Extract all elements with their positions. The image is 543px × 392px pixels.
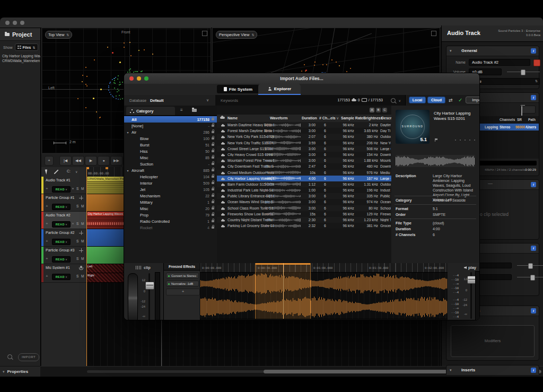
info-icon[interactable] xyxy=(531,308,536,313)
solo-button[interactable]: S xyxy=(76,222,78,225)
overview-viewport[interactable] xyxy=(202,320,331,320)
category-row[interactable]: Jet 105 xyxy=(124,186,217,193)
cursor-tool-icon[interactable] xyxy=(45,169,48,175)
category-row[interactable]: ▾ Aircraft 885 xyxy=(124,167,217,173)
automation-mode[interactable]: READ xyxy=(52,256,71,263)
general-header[interactable]: ▾ General xyxy=(446,46,539,56)
file-row[interactable]: Barn Farm Outdoor S15 0056 1:12 6 96 kHz… xyxy=(217,181,391,187)
category-row[interactable]: Hiss 50 xyxy=(124,148,217,154)
track-header-particle2[interactable]: Particle Group #2 + READ S M xyxy=(41,229,86,247)
go-start-button[interactable]: |◀ xyxy=(59,156,72,165)
category-row[interactable]: Military 1 xyxy=(124,199,217,205)
solo-button[interactable]: S xyxy=(76,257,78,260)
file-row[interactable]: Public Library Entrance S15 079 3:00 6 9… xyxy=(217,193,391,199)
col-brightness[interactable]: Brightness xyxy=(363,116,383,120)
param-thumb-2[interactable] xyxy=(530,275,535,281)
effect-convert-stereo[interactable]: Convert to Stereo xyxy=(166,273,199,278)
lock-icon[interactable] xyxy=(212,201,214,203)
project-file-item[interactable]: City Harbor Lapping Waves xyxy=(0,54,40,58)
file-row[interactable]: City Harbor Lapping Waves S15 4:00 6 96 … xyxy=(217,176,391,181)
import-button[interactable]: IMPORT xyxy=(18,353,39,361)
chevron-down-icon[interactable]: ∨ xyxy=(75,170,77,173)
lock-icon[interactable] xyxy=(212,163,214,165)
pitch-wheel[interactable] xyxy=(128,273,138,320)
waveform-display[interactable]: 0:00:00.0000:00:30.0000:01:00.0000:01:30… xyxy=(200,263,448,319)
lock-icon[interactable] xyxy=(212,156,214,159)
param-thumb-1[interactable] xyxy=(528,263,533,269)
project-file-item[interactable]: CRWDWalla_Manneken Pis xyxy=(0,58,40,63)
properties-bar[interactable]: ▾Properties xyxy=(0,366,40,377)
file-row[interactable]: City Heavy Crowd S15 0206 3:00 6 96 kHz … xyxy=(217,152,391,158)
col-duration[interactable]: Duration xyxy=(302,116,317,120)
solo-button[interactable]: S xyxy=(76,187,78,190)
files-dropdown[interactable]: Files ⇅ xyxy=(15,43,38,51)
add-icon[interactable]: + xyxy=(46,221,48,226)
search-icon[interactable] xyxy=(7,354,12,359)
mute-button[interactable]: M xyxy=(81,257,84,260)
col-samplerate[interactable]: Sample Rate xyxy=(341,116,363,120)
search-icon[interactable] xyxy=(391,98,396,103)
col-sr[interactable]: SR xyxy=(517,118,522,121)
sort-icon[interactable]: ∨ xyxy=(336,116,339,120)
info-icon[interactable] xyxy=(531,48,536,54)
lock-icon[interactable] xyxy=(212,137,214,140)
keywords-input[interactable]: Keywords 177153 0 / 177153 ∨ xyxy=(215,95,406,106)
playhead[interactable] xyxy=(283,263,284,319)
forward-button[interactable]: ▶▶ xyxy=(110,156,122,165)
play-button[interactable]: ▶ xyxy=(85,156,97,165)
lock-icon[interactable] xyxy=(212,169,214,171)
track-header-mic[interactable]: Mic System #1 + READ S M xyxy=(41,264,86,283)
mute-button[interactable]: M xyxy=(81,187,84,190)
category-row[interactable]: ▾ Air 286 xyxy=(124,129,217,135)
category-row[interactable]: Interior 509 xyxy=(124,180,217,186)
track-header-audio1[interactable]: Audio Track #1 + READ S M xyxy=(41,177,86,194)
mute-button[interactable]: M xyxy=(81,204,84,208)
info-icon[interactable] xyxy=(531,182,536,187)
automation-mode[interactable]: READ xyxy=(52,204,71,210)
solo-button[interactable]: S xyxy=(76,274,78,278)
automation-mode[interactable]: READ xyxy=(52,274,71,280)
mute-button[interactable]: M xyxy=(81,239,84,243)
file-row[interactable]: New York City Park S15 0726 2:07 6 96 kH… xyxy=(217,134,391,140)
gain-fader-track[interactable] xyxy=(148,273,150,320)
col-name[interactable]: Name xyxy=(227,116,238,120)
overview-bar[interactable] xyxy=(200,319,448,320)
close-icon[interactable] xyxy=(5,21,10,25)
collapse-icon[interactable]: — xyxy=(488,181,493,186)
rating-dots[interactable] xyxy=(455,140,475,141)
zoom-icon[interactable] xyxy=(20,21,24,25)
lock-icon[interactable] xyxy=(212,150,214,152)
lock-icon[interactable] xyxy=(212,214,214,216)
fullscreen-icon[interactable] xyxy=(202,31,207,36)
folder-icon[interactable] xyxy=(192,109,197,113)
view-selector[interactable]: Top View⇅ xyxy=(45,31,72,39)
volume-thumb[interactable] xyxy=(521,69,526,75)
category-row[interactable]: Blow 100 xyxy=(124,135,217,142)
local-button[interactable]: Local xyxy=(409,97,426,103)
inserts-header[interactable]: ▾ Inserts xyxy=(446,365,539,376)
modifiers-dropzone[interactable]: Modifiers xyxy=(451,325,535,357)
category-row[interactable]: Misc 20 xyxy=(124,205,217,212)
loop-end-marker[interactable] xyxy=(106,167,108,169)
solo-button[interactable]: S xyxy=(76,204,78,208)
dialog-titlebar[interactable]: Import Audio Files... xyxy=(124,73,479,84)
track-header-audio2[interactable]: Audio Track #2 + READ S M xyxy=(41,212,86,229)
file-row[interactable]: Crowd Street Large S15 0367 3:00 6 96 kH… xyxy=(217,146,391,152)
add-track-button[interactable]: + xyxy=(45,156,54,165)
record-arm-button[interactable] xyxy=(533,59,540,66)
tab-category[interactable]: Category xyxy=(126,107,175,115)
lock-icon[interactable] xyxy=(212,131,214,133)
file-row[interactable]: Crowd Medium Outdoor Noise 10s 6 96 kHz … xyxy=(217,170,391,176)
col-channels[interactable]: # Ch...els xyxy=(319,116,336,120)
lock-icon[interactable] xyxy=(212,176,214,178)
category-row[interactable]: Helicopter 104 xyxy=(124,173,217,180)
category-row[interactable]: [None] - xyxy=(124,123,217,129)
lock-icon[interactable] xyxy=(212,207,214,210)
file-row[interactable]: Fireworks Show Low Booms S1 15s 6 96 kHz… xyxy=(217,211,391,217)
mute-button[interactable]: M xyxy=(81,274,84,278)
filter-c[interactable]: C xyxy=(382,108,387,112)
file-row[interactable]: Ocean Waves Wind Storm S15 3:00 6 96 kHz… xyxy=(217,199,391,205)
lock-icon[interactable] xyxy=(212,144,214,146)
record-button[interactable]: ● xyxy=(98,156,110,165)
file-row[interactable]: Marsh Daytime Heavy Birds S1 3:00 6 96 k… xyxy=(217,122,391,128)
